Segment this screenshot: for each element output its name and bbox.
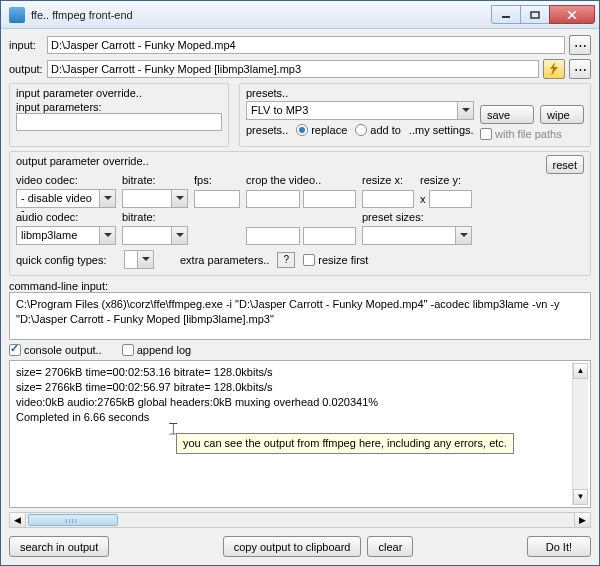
extra-params-label: extra parameters.. [180,254,269,266]
addto-radio[interactable]: add to [355,124,401,136]
scroll-left-icon[interactable]: ◀ [10,513,26,527]
cli-input[interactable]: C:\Program Files (x86)\corz\ffe\ffmpeg.e… [9,292,591,340]
quick-config-select[interactable] [124,250,154,269]
chevron-down-icon[interactable] [137,251,153,268]
text-caret-icon [172,419,173,433]
my-settings-label: ..my settings. [409,124,474,136]
titlebar[interactable]: ffe.. ffmpeg front-end [1,1,599,29]
close-button[interactable] [549,5,595,24]
console-output-check[interactable]: console output.. [9,344,102,356]
presets-line2: presets.. [246,124,288,136]
replace-radio[interactable]: replace [296,124,347,136]
clear-button[interactable]: clear [367,536,413,557]
video-bitrate-select[interactable] [122,189,188,208]
input-override-group: input parameter override.. [16,87,222,99]
cli-label: command-line input: [9,280,591,292]
browse-output-button[interactable] [569,59,591,79]
console-line: Completed in 6.66 seconds [16,410,584,425]
output-path[interactable] [47,60,539,78]
resize-first-check[interactable]: resize first [303,254,368,266]
copy-output-button[interactable]: copy output to clipboard [223,536,362,557]
help-icon[interactable]: ? [277,252,295,268]
save-button[interactable]: save [480,105,534,124]
crop-h-field[interactable] [303,190,357,208]
reset-button[interactable]: reset [546,155,584,174]
console-line: size= 2706kB time=00:02:53.16 bitrate= 1… [16,365,584,380]
chevron-down-icon[interactable] [99,190,115,207]
audio-codec-select[interactable]: libmp3lame [16,226,116,245]
video-codec-label: video codec: [16,174,116,186]
chevron-down-icon[interactable] [455,227,471,244]
quick-action-button[interactable] [543,59,565,79]
crop-x-field[interactable] [246,227,300,245]
app-window: ffe.. ffmpeg front-end input: output: [0,0,600,566]
window-title: ffe.. ffmpeg front-end [31,9,492,21]
audio-bitrate-select[interactable] [122,226,188,245]
input-params-field[interactable] [16,113,222,131]
browse-input-button[interactable] [569,35,591,55]
scroll-down-icon[interactable]: ▼ [573,489,588,505]
scroll-right-icon[interactable]: ▶ [574,513,590,527]
tooltip: you can see the output from ffmpeg here,… [176,433,514,454]
resizey-field[interactable] [429,190,473,208]
crop-y-field[interactable] [303,227,357,245]
search-in-output-button[interactable]: search in output [9,536,109,557]
preset-sizes-select[interactable] [362,226,472,245]
crop-w-field[interactable] [246,190,300,208]
input-params-label: input parameters: [16,101,222,113]
append-log-check[interactable]: append log [122,344,191,356]
chevron-down-icon[interactable] [457,102,473,119]
minimize-button[interactable] [491,5,521,24]
scroll-thumb[interactable] [28,514,118,526]
resize-x-sep: x [420,193,426,205]
audio-codec-label: audio codec: [16,211,116,223]
fps-label: fps: [194,174,240,186]
chevron-down-icon[interactable] [171,190,187,207]
console-line: video:0kB audio:2765kB global headers:0k… [16,395,584,410]
horizontal-scrollbar[interactable]: ◀ ▶ [9,512,591,528]
preset-select[interactable]: FLV to MP3 [246,101,474,120]
with-file-paths-check[interactable]: with file paths [480,128,534,140]
resizex-label: resize x: [362,174,414,186]
chevron-down-icon[interactable] [171,227,187,244]
console-output[interactable]: size= 2706kB time=00:02:53.16 bitrate= 1… [9,360,591,508]
do-it-button[interactable]: Do It! [527,536,591,557]
preset-sizes-label: preset sizes: [362,211,472,223]
input-label: input: [9,39,43,51]
maximize-button[interactable] [520,5,550,24]
wipe-button[interactable]: wipe [540,105,584,124]
scroll-up-icon[interactable]: ▲ [573,363,588,379]
quick-config-label: quick config types: [16,254,116,266]
input-path[interactable] [47,36,565,54]
bitrate-label-1: bitrate: [122,174,188,186]
resizey-label: resize y: [420,174,472,186]
video-codec-select[interactable]: - disable video - [16,189,116,208]
preset-selected: FLV to MP3 [247,102,457,119]
fps-field[interactable] [194,190,240,208]
console-line: size= 2766kB time=00:02:56.97 bitrate= 1… [16,380,584,395]
svg-rect-1 [531,12,539,18]
chevron-down-icon[interactable] [99,227,115,244]
output-override-group: output parameter override.. [16,155,149,167]
bitrate-label-2: bitrate: [122,211,188,223]
crop-label: crop the video.. [246,174,356,186]
vertical-scrollbar[interactable]: ▲ ▼ [572,363,588,505]
svg-rect-0 [502,16,510,18]
resizex-field[interactable] [362,190,414,208]
output-label: output: [9,63,43,75]
app-icon [9,7,25,23]
presets-group: presets.. [246,87,474,99]
